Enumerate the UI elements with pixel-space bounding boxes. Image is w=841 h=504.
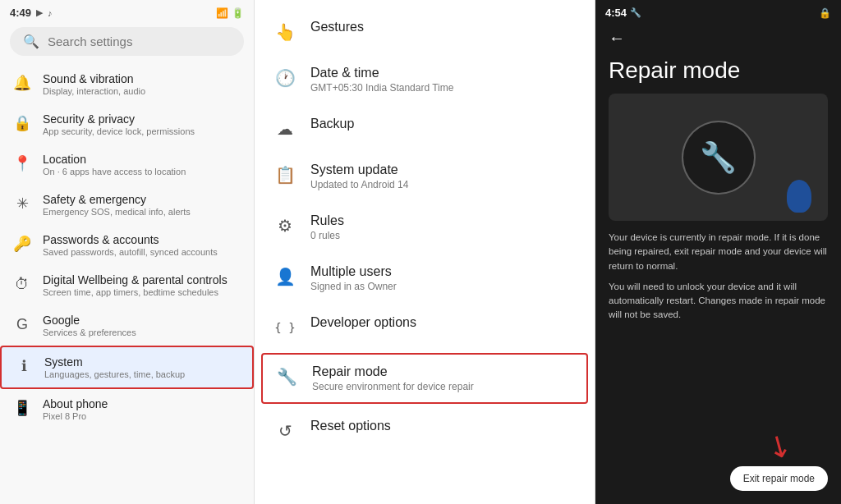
repairmode-middle-subtitle: Secure environment for device repair (312, 381, 474, 392)
repair-icon-circle: 🔧 (682, 121, 756, 195)
reset-middle-icon: ↺ (274, 420, 296, 442)
middle-item-datetime[interactable]: 🕐 Date & time GMT+05:30 India Standard T… (255, 54, 595, 105)
left-status-bar: 4:49 ▶ ♪ 📶 🔋 (0, 0, 254, 22)
developer-middle-title: Developer options (310, 315, 416, 330)
middle-item-rules[interactable]: ⚙ Rules 0 rules (255, 202, 595, 253)
sysupdate-middle-subtitle: Updated to Android 14 (310, 179, 408, 190)
left-status-icon-youtube: ▶ (36, 7, 43, 18)
search-icon: 🔍 (23, 34, 39, 49)
multiusers-middle-icon: 👤 (274, 266, 296, 287)
about-title: About phone (43, 397, 108, 410)
security-subtitle: App security, device lock, permissions (43, 126, 195, 136)
sidebar-item-system[interactable]: ℹ System Languages, gestures, time, back… (0, 346, 254, 389)
battery-icon: 🔋 (232, 7, 244, 19)
settings-list: 🔔 Sound & vibration Display, interaction… (0, 64, 254, 504)
location-subtitle: On · 6 apps have access to location (43, 167, 186, 176)
system-title: System (44, 355, 185, 369)
wellbeing-title: Digital Wellbeing & parental controls (43, 273, 227, 286)
google-title: Google (43, 314, 136, 327)
right-repair-icon: 🔧 (630, 7, 641, 18)
right-status-bar: 4:54 🔧 🔒 (595, 0, 841, 22)
datetime-middle-title: Date & time (310, 66, 453, 80)
system-subtitle: Languages, gestures, time, backup (44, 369, 185, 379)
safety-title: Safety & emergency (43, 193, 191, 206)
middle-item-repairmode[interactable]: 🔧 Repair mode Secure environment for dev… (261, 353, 588, 404)
repair-desc-2: You will need to unlock your device and … (609, 280, 828, 323)
repair-desc-1: Your device is currently in repair mode.… (609, 231, 828, 273)
about-icon: 📱 (13, 399, 31, 417)
exit-repair-mode-button[interactable]: Exit repair mode (730, 466, 828, 491)
system-icon: ℹ (15, 357, 33, 375)
sound-icon: 🔔 (13, 74, 31, 92)
sound-title: Sound & vibration (43, 72, 145, 85)
wrench-tools-icon: 🔧 (700, 140, 737, 175)
passwords-subtitle: Saved passwords, autofill, synced accoun… (43, 247, 218, 257)
sidebar-item-sound[interactable]: 🔔 Sound & vibration Display, interaction… (0, 64, 254, 104)
rules-middle-subtitle: 0 rules (310, 230, 344, 241)
security-icon: 🔒 (13, 114, 31, 132)
multiusers-middle-title: Multiple users (310, 264, 397, 279)
reset-middle-title: Reset options (310, 419, 391, 433)
left-status-icon-music: ♪ (48, 8, 53, 18)
back-button[interactable]: ← (595, 22, 841, 54)
repairmode-middle-icon: 🔧 (276, 366, 297, 387)
middle-item-backup[interactable]: ☁ Backup (255, 105, 595, 151)
middle-item-gestures[interactable]: 👆 Gestures (255, 8, 595, 54)
sidebar-item-about[interactable]: 📱 About phone Pixel 8 Pro (0, 389, 254, 429)
safety-icon: ✳ (13, 195, 31, 213)
arrow-indicator: ↘ (761, 424, 799, 466)
wellbeing-subtitle: Screen time, app timers, bedtime schedul… (43, 287, 227, 297)
security-title: Security & privacy (43, 112, 195, 126)
sidebar-item-safety[interactable]: ✳ Safety & emergency Emergency SOS, medi… (0, 185, 254, 225)
middle-item-sysupdate[interactable]: 📋 System update Updated to Android 14 (255, 151, 595, 202)
exit-button-area: Exit repair mode (730, 466, 828, 491)
gestures-middle-icon: 👆 (274, 21, 296, 43)
wellbeing-icon: ⏱ (13, 275, 31, 293)
sidebar-item-location[interactable]: 📍 Location On · 6 apps have access to lo… (0, 144, 254, 185)
sound-subtitle: Display, interaction, audio (43, 86, 145, 96)
middle-panel: 👆 Gestures 🕐 Date & time GMT+05:30 India… (255, 0, 595, 504)
right-lock-icon: 🔒 (819, 7, 831, 19)
wifi-icon: 📶 (216, 7, 228, 19)
search-input[interactable] (48, 34, 231, 48)
gestures-middle-title: Gestures (310, 20, 364, 34)
sidebar-item-wellbeing[interactable]: ⏱ Digital Wellbeing & parental controls … (0, 265, 254, 305)
rules-middle-icon: ⚙ (274, 215, 296, 236)
multiusers-middle-subtitle: Signed in as Owner (310, 281, 397, 292)
about-subtitle: Pixel 8 Pro (43, 411, 108, 421)
right-title: Repair mode (595, 54, 841, 94)
sidebar-item-google[interactable]: G Google Services & preferences (0, 305, 254, 346)
left-status-time: 4:49 (10, 7, 31, 19)
middle-list: 👆 Gestures 🕐 Date & time GMT+05:30 India… (255, 8, 595, 504)
sysupdate-middle-icon: 📋 (274, 164, 296, 186)
developer-middle-icon: { } (274, 317, 296, 338)
safety-subtitle: Emergency SOS, medical info, alerts (43, 207, 191, 217)
sidebar-item-passwords[interactable]: 🔑 Passwords & accounts Saved passwords, … (0, 225, 254, 265)
google-icon: G (13, 315, 31, 333)
datetime-middle-subtitle: GMT+05:30 India Standard Time (310, 82, 453, 94)
rules-middle-title: Rules (310, 213, 344, 228)
middle-item-reset[interactable]: ↺ Reset options (255, 407, 595, 453)
backup-middle-icon: ☁ (274, 118, 296, 140)
sysupdate-middle-title: System update (310, 163, 408, 177)
middle-item-multiusers[interactable]: 👤 Multiple users Signed in as Owner (255, 253, 595, 304)
datetime-middle-icon: 🕐 (274, 67, 296, 89)
google-subtitle: Services & preferences (43, 328, 136, 337)
repairmode-middle-title: Repair mode (312, 364, 474, 379)
right-status-time: 4:54 (605, 7, 627, 19)
passwords-icon: 🔑 (13, 235, 31, 253)
repair-mode-image: 🔧 (609, 94, 828, 221)
passwords-title: Passwords & accounts (43, 233, 218, 246)
sidebar-item-security[interactable]: 🔒 Security & privacy App security, devic… (0, 104, 254, 144)
middle-item-developer[interactable]: { } Developer options (255, 304, 595, 350)
location-icon: 📍 (13, 154, 31, 172)
right-description: Your device is currently in repair mode.… (595, 221, 841, 332)
search-bar[interactable]: 🔍 (10, 27, 244, 56)
location-title: Location (43, 153, 186, 166)
left-panel: 4:49 ▶ ♪ 📶 🔋 🔍 🔔 Sound & vibration Displ… (0, 0, 255, 504)
backup-middle-title: Backup (310, 117, 354, 131)
right-panel: 4:54 🔧 🔒 ← Repair mode 🔧 Your device is … (595, 0, 841, 504)
